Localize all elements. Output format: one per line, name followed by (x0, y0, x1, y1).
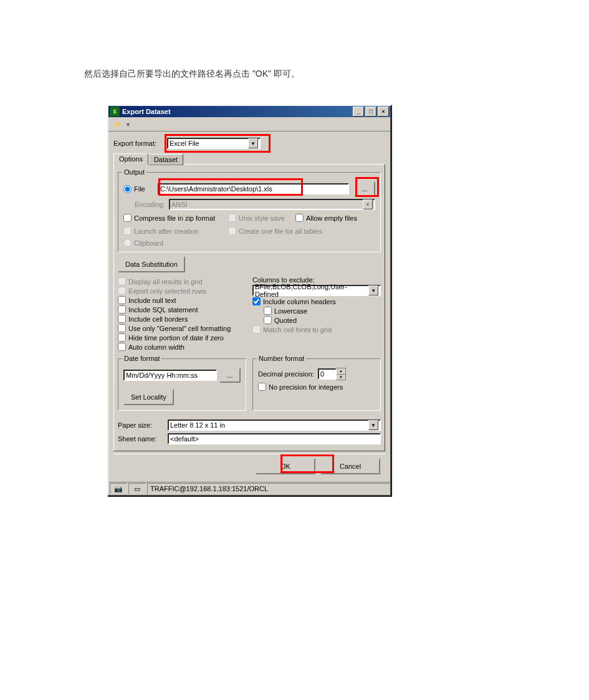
toolbar: ⚡ ▾ (108, 117, 390, 132)
launch-checkbox: Launch after creation (123, 227, 223, 235)
statusbar: 📷 ▭ TRAFFIC@192.168.1.183:1521/ORCL (108, 482, 390, 495)
browse-button[interactable]: ... (354, 181, 375, 196)
toolbar-dropdown-icon[interactable]: ▾ (125, 118, 131, 130)
status-icon[interactable]: ▭ (128, 483, 146, 494)
create-one-checkbox: Create one file for all tables (228, 227, 322, 235)
paper-size-combo[interactable]: Letter 8 12 x 11 in ▼ (168, 420, 381, 431)
match-fonts-checkbox: Match cell fonts to grid (252, 325, 381, 333)
app-icon: $ (110, 107, 120, 117)
include-headers-checkbox[interactable]: Include column headers (252, 297, 381, 305)
number-format-legend: Number format (257, 355, 306, 362)
date-format-browse-button[interactable]: ... (219, 368, 241, 383)
auto-width-checkbox[interactable]: Auto column width (118, 343, 246, 351)
tab-options[interactable]: Options (113, 153, 148, 165)
titlebar: $ Export Dataset _ □ × (108, 106, 390, 117)
export-format-combo[interactable]: Excel File ▼ (167, 138, 261, 149)
output-group: Output File ... Encoding: ANSI (118, 172, 381, 252)
columns-exclude-combo[interactable]: BFile,BLOB,CLOB,Long,User-Defined ▼ (252, 285, 381, 296)
toolbar-action-icon[interactable]: ⚡ (111, 118, 123, 130)
decimal-precision-input[interactable] (318, 368, 337, 380)
output-legend: Output (122, 168, 146, 176)
chevron-down-icon: ▼ (368, 420, 378, 430)
include-borders-checkbox[interactable]: Include cell borders (118, 315, 246, 323)
hide-time-checkbox[interactable]: Hide time portion of date if zero (118, 333, 246, 342)
use-general-checkbox[interactable]: Use only "General" cell formatting (118, 324, 246, 332)
ok-button[interactable]: OK (256, 458, 315, 474)
date-format-input[interactable] (123, 370, 217, 381)
sheet-name-input[interactable] (168, 433, 381, 444)
chevron-down-icon: ▼ (368, 285, 378, 295)
export-dataset-window: $ Export Dataset _ □ × ⚡ ▾ Export format… (107, 105, 391, 496)
paper-size-label: Paper size: (118, 421, 168, 429)
options-panel: Output File ... Encoding: ANSI (113, 164, 385, 451)
encoding-combo: ANSI ▼ (169, 199, 375, 210)
number-format-group: Number format Decimal precision: ▲▼ No p… (252, 358, 381, 411)
window-title: Export Dataset (122, 108, 171, 115)
date-format-legend: Date format (122, 355, 161, 362)
data-substitution-button[interactable]: Data Substitution (118, 256, 185, 272)
chevron-down-icon: ▼ (363, 199, 373, 209)
minimize-button[interactable]: _ (353, 107, 364, 117)
include-null-checkbox[interactable]: Include null text (118, 296, 246, 304)
set-locality-button[interactable]: Set Locality (123, 389, 174, 405)
display-all-checkbox: Display all results in grid (118, 277, 246, 285)
quoted-checkbox[interactable]: Quoted (264, 316, 381, 324)
export-selected-checkbox: Export only selected rows (118, 287, 246, 295)
compress-checkbox[interactable]: Compress file in zip format (123, 214, 223, 222)
file-path-input[interactable] (158, 183, 349, 194)
maximize-button[interactable]: □ (365, 107, 376, 117)
decimal-precision-spinner[interactable]: ▲▼ (337, 368, 346, 380)
date-format-group: Date format ... Set Locality (118, 358, 246, 411)
export-format-label: Export format: (113, 140, 163, 147)
close-button[interactable]: × (378, 107, 389, 117)
connection-status: TRAFFIC@192.168.1.183:1521/ORCL (147, 483, 390, 494)
encoding-label: Encoding: (135, 201, 169, 208)
unix-save-checkbox: Unix style save (228, 214, 290, 222)
chevron-down-icon: ▼ (248, 138, 258, 148)
export-format-value: Excel File (170, 140, 199, 147)
include-sql-checkbox[interactable]: Include SQL statement (118, 305, 246, 314)
camera-icon[interactable]: 📷 (110, 483, 127, 494)
tab-dataset[interactable]: Dataset (148, 154, 183, 165)
file-radio[interactable]: File (123, 185, 158, 193)
clipboard-radio: Clipboard (123, 239, 375, 247)
allow-empty-checkbox[interactable]: Allow empty files (295, 214, 357, 222)
sheet-name-label: Sheet name: (118, 435, 168, 443)
cancel-button[interactable]: Cancel (320, 458, 380, 474)
instruction-text: 然后选择自己所要导出的文件路径名再点击 "OK" 即可。 (84, 69, 300, 80)
lowercase-checkbox[interactable]: Lowercase (264, 307, 381, 315)
no-precision-checkbox[interactable]: No precision for integers (258, 383, 375, 391)
decimal-precision-label: Decimal precision: (258, 370, 314, 378)
